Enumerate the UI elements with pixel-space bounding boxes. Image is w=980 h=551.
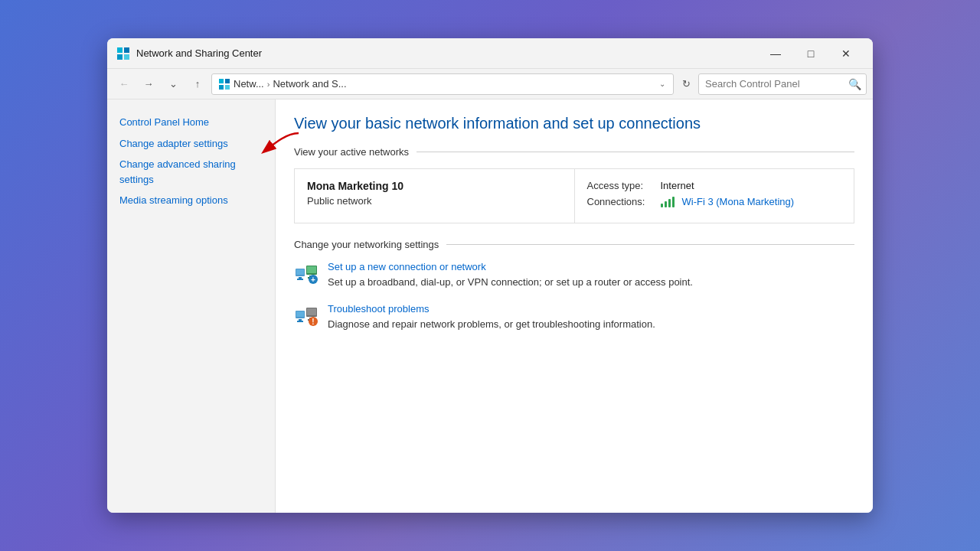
- wifi-icon: [661, 197, 675, 207]
- breadcrumb-item-2[interactable]: Network and S...: [273, 78, 346, 90]
- window-controls: — □ ✕: [758, 41, 864, 66]
- sidebar-item-control-panel-home[interactable]: Control Panel Home: [107, 112, 275, 133]
- breadcrumb-separator-1: ›: [267, 80, 270, 89]
- networking-settings-section: Change your networking settings: [294, 239, 854, 331]
- troubleshoot-desc: Diagnose and repair network problems, or…: [328, 318, 655, 330]
- connections-label: Connections:: [587, 196, 656, 207]
- search-bar[interactable]: 🔍: [698, 73, 867, 95]
- address-bar-icon: [218, 78, 230, 90]
- access-type-row: Access type: Internet: [587, 180, 842, 191]
- access-type-value: Internet: [661, 180, 694, 191]
- new-connection-content: Set up a new connection or network Set u…: [328, 261, 693, 289]
- new-connection-icon: +: [294, 262, 318, 287]
- sidebar-item-change-advanced-sharing[interactable]: Change advanced sharing settings: [107, 154, 275, 190]
- svg-rect-0: [117, 47, 122, 53]
- connections-row: Connections: Wi-Fi 3 (Mona Marketing): [587, 196, 842, 207]
- sidebar-item-change-adapter-settings[interactable]: Change adapter settings: [107, 133, 275, 155]
- forward-button[interactable]: →: [138, 73, 159, 95]
- content-area: View your basic network information and …: [276, 99, 873, 513]
- window-title: Network and Sharing Center: [136, 47, 758, 59]
- networking-settings-header: Change your networking settings: [294, 239, 854, 250]
- address-dropdown-button[interactable]: ⌄: [658, 78, 667, 90]
- sidebar: Control Panel Home Change adapter settin…: [107, 99, 276, 513]
- svg-rect-1: [124, 47, 129, 53]
- active-networks-divider: [416, 152, 854, 152]
- recent-locations-button[interactable]: ⌄: [162, 73, 184, 95]
- networking-settings-label: Change your networking settings: [294, 239, 439, 250]
- search-input[interactable]: [705, 78, 848, 90]
- svg-rect-7: [225, 85, 230, 90]
- svg-rect-11: [297, 279, 303, 280]
- window-icon: [116, 47, 130, 60]
- up-button[interactable]: ↑: [187, 73, 208, 95]
- breadcrumb: Netw... › Network and S...: [234, 78, 655, 90]
- sidebar-item-media-streaming[interactable]: Media streaming options: [107, 190, 275, 211]
- svg-rect-13: [307, 266, 316, 273]
- svg-rect-20: [299, 319, 302, 321]
- breadcrumb-item-1[interactable]: Netw...: [234, 78, 264, 90]
- settings-item-troubleshoot: ! Troubleshoot problems Diagnose and rep…: [294, 303, 854, 331]
- nav-bar: ← → ⌄ ↑ Netw... › Network and S... ⌄ ↻ 🔍: [107, 69, 873, 99]
- svg-text:+: +: [311, 276, 315, 284]
- svg-rect-3: [124, 54, 129, 60]
- back-button[interactable]: ←: [113, 73, 135, 95]
- main-window: Network and Sharing Center — □ ✕ ← → ⌄ ↑…: [107, 38, 873, 513]
- connection-link[interactable]: Wi-Fi 3 (Mona Marketing): [682, 196, 795, 207]
- access-type-label: Access type:: [587, 180, 656, 191]
- svg-rect-4: [219, 79, 224, 83]
- svg-rect-5: [225, 79, 230, 83]
- close-button[interactable]: ✕: [828, 41, 864, 66]
- active-networks-header: View your active networks: [294, 146, 854, 158]
- active-networks-label: View your active networks: [294, 146, 409, 158]
- refresh-button[interactable]: ↻: [677, 75, 695, 93]
- network-type: Public network: [307, 195, 562, 207]
- network-left: Mona Marketing 10 Public network: [295, 169, 575, 223]
- svg-rect-23: [307, 308, 316, 315]
- troubleshoot-content: Troubleshoot problems Diagnose and repai…: [328, 303, 655, 331]
- svg-text:!: !: [312, 318, 314, 326]
- search-icon[interactable]: 🔍: [848, 78, 861, 90]
- page-title: View your basic network information and …: [294, 115, 854, 132]
- svg-rect-10: [299, 277, 302, 279]
- arrow-annotation-container: Change adapter settings: [107, 133, 275, 155]
- troubleshoot-icon: !: [294, 305, 318, 329]
- settings-item-new-connection: + Set up a new connection or network Set…: [294, 261, 854, 289]
- networking-settings-divider: [446, 244, 854, 245]
- svg-rect-21: [297, 321, 303, 322]
- network-name: Mona Marketing 10: [307, 180, 562, 192]
- main-area: Control Panel Home Change adapter settin…: [107, 99, 873, 513]
- network-right: Access type: Internet Connections: Wi-Fi…: [575, 169, 854, 223]
- network-card: Mona Marketing 10 Public network Access …: [294, 168, 854, 223]
- svg-rect-2: [117, 54, 122, 60]
- svg-rect-6: [219, 85, 224, 90]
- title-bar: Network and Sharing Center — □ ✕: [107, 38, 873, 69]
- maximize-button[interactable]: □: [793, 41, 828, 66]
- minimize-button[interactable]: —: [758, 41, 793, 66]
- svg-rect-9: [296, 269, 304, 275]
- new-connection-desc: Set up a broadband, dial-up, or VPN conn…: [328, 276, 693, 288]
- troubleshoot-link[interactable]: Troubleshoot problems: [328, 303, 655, 315]
- address-bar[interactable]: Netw... › Network and S... ⌄: [211, 73, 674, 95]
- new-connection-link[interactable]: Set up a new connection or network: [328, 261, 693, 272]
- svg-rect-19: [296, 311, 304, 317]
